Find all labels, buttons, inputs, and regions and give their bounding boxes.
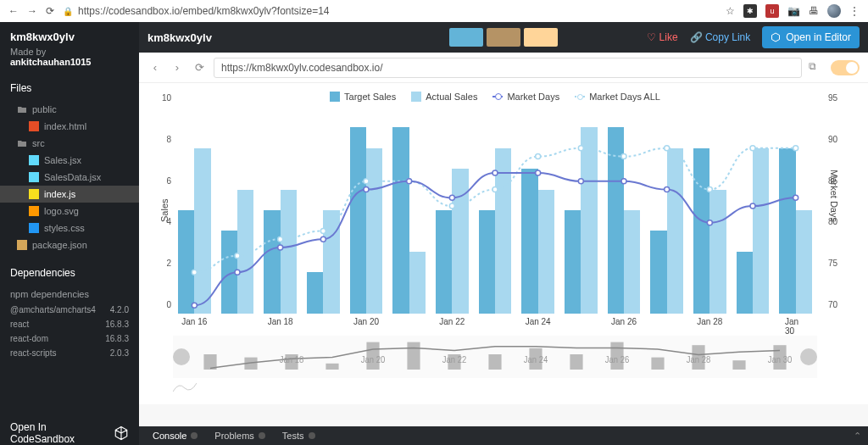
swatch-1[interactable]	[449, 28, 483, 47]
json-icon	[17, 240, 27, 250]
svg-rect-4	[29, 206, 39, 216]
svg-point-9	[278, 236, 283, 242]
svg-point-28	[449, 195, 454, 200]
file-icon	[29, 223, 39, 233]
legend-market-all[interactable]: Market Days ALL	[575, 92, 660, 102]
file-icon	[29, 121, 39, 131]
main-area: km8kwx0ylv ♡ Like 🔗 Copy Link Open in Ed…	[139, 22, 868, 445]
like-button[interactable]: ♡ Like	[647, 31, 677, 43]
svg-point-29	[492, 170, 498, 175]
svg-point-13	[449, 203, 454, 209]
svg-text:Jan 30: Jan 30	[768, 355, 793, 364]
scroll-handle-left[interactable]	[173, 348, 190, 365]
back-icon[interactable]: ←	[8, 5, 19, 17]
legend-actual[interactable]: Actual Sales	[411, 92, 477, 102]
browser-url: https://codesandbox.io/embed/km8kwx0ylv?…	[78, 5, 330, 17]
cube-icon	[771, 32, 781, 42]
svg-point-22	[192, 303, 197, 308]
swatch-3[interactable]	[524, 28, 558, 47]
svg-rect-5	[29, 223, 39, 233]
line-market-days-all[interactable]	[194, 148, 795, 272]
svg-text:Jan 26: Jan 26	[605, 355, 629, 364]
folder-icon	[17, 104, 27, 114]
svg-rect-3	[29, 189, 39, 199]
file-styles-css[interactable]: styles.css	[0, 220, 139, 236]
extension-icon[interactable]: ✱	[743, 4, 757, 18]
lock-icon: 🔒	[63, 7, 73, 16]
file-SalesData-jsx[interactable]: SalesData.jsx	[0, 169, 139, 186]
svg-point-14	[492, 187, 498, 192]
svg-point-34	[707, 220, 712, 225]
deps-header: Dependencies	[0, 260, 139, 286]
forward-icon[interactable]: →	[27, 5, 37, 17]
scroll-handle-right[interactable]	[800, 348, 817, 365]
file-Sales-jsx[interactable]: Sales.jsx	[0, 152, 139, 169]
preview-urlbar: ‹ › ⟳ ⧉	[139, 53, 868, 83]
svg-point-25	[320, 236, 326, 242]
file-package-json[interactable]: package.json	[0, 236, 139, 253]
svg-point-36	[793, 195, 798, 200]
svg-rect-2	[29, 172, 39, 182]
open-in-codesandbox-button[interactable]: Open In CodeSandbox	[0, 409, 139, 445]
console-tabs: Console Problems Tests ⌃	[139, 426, 868, 445]
file-index-html[interactable]: index.html	[0, 118, 139, 135]
folder-public[interactable]: public	[0, 101, 139, 118]
camera-icon[interactable]: 📷	[787, 5, 800, 17]
svg-text:Jan 22: Jan 22	[442, 355, 466, 364]
preview-back-icon[interactable]: ‹	[147, 61, 163, 74]
open-editor-button[interactable]: Open in Editor	[762, 26, 860, 48]
browser-chrome: ← → ⟳ 🔒 https://codesandbox.io/embed/km8…	[0, 0, 868, 22]
chart-plot[interactable]: Sales Market Days 0246810 707580859095 J…	[173, 107, 817, 327]
svg-point-30	[536, 170, 541, 175]
legend-target[interactable]: Target Sales	[330, 92, 396, 102]
svg-point-7	[192, 270, 197, 275]
print-icon[interactable]: 🖶	[809, 5, 819, 17]
dep-row[interactable]: @amcharts/amcharts44.2.0	[0, 303, 139, 317]
files-header: Files	[0, 75, 139, 101]
file-index-js[interactable]: index.js	[0, 186, 139, 203]
legend-market[interactable]: Market Days	[492, 92, 559, 102]
tab-console[interactable]: Console	[146, 431, 204, 441]
svg-text:Jan 18: Jan 18	[280, 355, 303, 364]
sidebar: km8kwx0ylv Made by ankitchauhan1015 File…	[0, 22, 139, 445]
dep-row[interactable]: react-dom16.8.3	[0, 331, 139, 346]
ublock-icon[interactable]: u	[765, 4, 779, 18]
browser-nav: ← → ⟳	[8, 5, 54, 17]
tab-problems[interactable]: Problems	[208, 431, 271, 441]
chart-scrollbar[interactable]: Jan 18Jan 20Jan 22Jan 24Jan 26Jan 28Jan …	[173, 336, 817, 378]
copy-link-button[interactable]: 🔗 Copy Link	[690, 31, 751, 43]
svg-point-11	[364, 179, 369, 184]
svg-rect-40	[326, 364, 338, 370]
svg-rect-1	[29, 155, 39, 165]
preview-toggle[interactable]	[831, 60, 860, 75]
svg-rect-50	[732, 360, 745, 370]
preview-forward-icon[interactable]: ›	[170, 61, 185, 74]
swatch-2[interactable]	[487, 28, 520, 47]
svg-point-20	[750, 146, 755, 151]
profile-avatar[interactable]	[827, 4, 841, 18]
star-icon[interactable]: ☆	[726, 5, 735, 17]
address-bar[interactable]: 🔒 https://codesandbox.io/embed/km8kwx0yl…	[63, 5, 330, 17]
preview-url-input[interactable]	[214, 58, 802, 78]
svg-rect-48	[651, 358, 664, 370]
chevron-up-icon[interactable]: ⌃	[854, 431, 861, 442]
menu-icon[interactable]: ⋮	[849, 5, 860, 17]
dep-row[interactable]: react-scripts2.0.3	[0, 346, 139, 360]
amcharts-logo-icon	[173, 381, 197, 393]
reload-icon[interactable]: ⟳	[46, 5, 54, 17]
svg-point-35	[750, 203, 755, 209]
svg-point-26	[364, 187, 369, 192]
svg-rect-0	[29, 121, 39, 131]
preview-reload-icon[interactable]: ⟳	[192, 61, 207, 74]
project-author: Made by ankitchauhan1015	[0, 47, 139, 75]
svg-point-8	[235, 253, 240, 259]
copy-url-icon[interactable]: ⧉	[809, 60, 824, 75]
folder-src[interactable]: src	[0, 135, 139, 152]
dep-row[interactable]: react16.8.3	[0, 317, 139, 331]
chart-area: Target Sales Actual Sales Market Days Ma…	[139, 83, 868, 404]
svg-rect-42	[407, 342, 420, 370]
file-logo-svg[interactable]: logo.svg	[0, 203, 139, 220]
tab-tests[interactable]: Tests	[275, 431, 322, 441]
svg-point-17	[621, 154, 626, 159]
file-icon	[29, 172, 39, 182]
